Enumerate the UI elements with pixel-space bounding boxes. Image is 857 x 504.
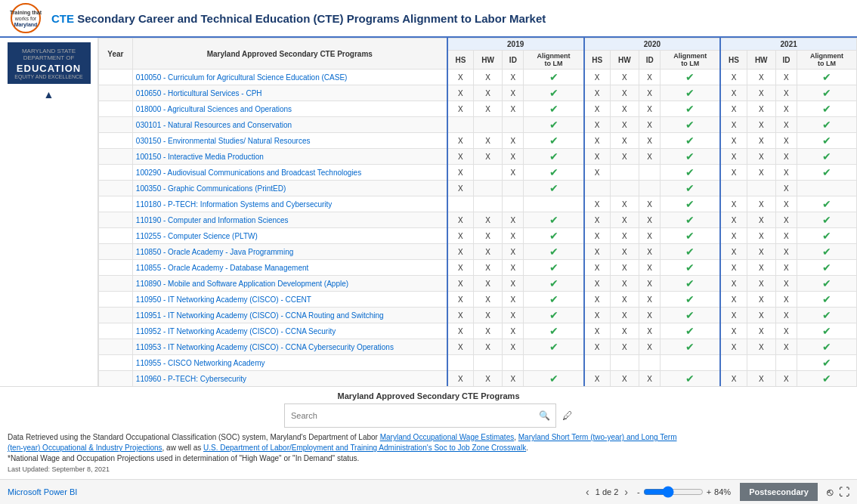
2021-hw-header: HW — [747, 51, 775, 70]
data-cell: X — [720, 196, 747, 212]
fullscreen-icon[interactable]: ⛶ — [839, 486, 849, 498]
program-cell[interactable]: 010050 - Curriculum for Agricultural Sci… — [132, 70, 447, 85]
data-cell: X — [775, 101, 797, 117]
2020-hs-header: HS — [584, 51, 611, 70]
program-cell[interactable]: 110950 - IT Networking Academy (CISCO) -… — [132, 292, 447, 308]
data-cell: X — [610, 85, 639, 101]
data-cell — [474, 117, 503, 133]
program-cell[interactable]: 110953 - IT Networking Academy (CISCO) -… — [132, 339, 447, 355]
zoom-minus[interactable]: - — [637, 487, 640, 496]
data-cell: X — [584, 244, 611, 260]
zoom-plus[interactable]: + — [707, 487, 711, 496]
data-cell: X — [474, 244, 503, 260]
data-cell — [447, 355, 474, 371]
data-cell: X — [447, 181, 474, 196]
nav-prev-button[interactable]: ‹ — [586, 486, 589, 498]
data-cell: X — [720, 165, 747, 181]
program-cell[interactable]: 030150 - Environmental Studies/ Natural … — [132, 133, 447, 149]
filter-icon[interactable]: 🖊 — [562, 410, 573, 422]
data-cell: X — [474, 228, 503, 244]
program-cell[interactable]: 110190 - Computer and Information Scienc… — [132, 212, 447, 228]
data-cell: X — [584, 85, 611, 101]
program-cell[interactable]: 110850 - Oracle Academy - Java Programmi… — [132, 244, 447, 260]
data-cell: ✔ — [797, 165, 857, 181]
search-wrapper: 🔍 — [284, 404, 556, 428]
data-cell: X — [584, 133, 611, 149]
footnote-area: Data Retrieved using the Standard Occupa… — [8, 432, 688, 475]
zoom-slider[interactable] — [643, 486, 704, 498]
data-cell: X — [720, 85, 747, 101]
footnote-link-3[interactable]: U.S. Department of Labor/Employment and … — [203, 444, 526, 452]
program-cell[interactable]: 110960 - P-TECH: Cybersecurity — [132, 371, 447, 387]
program-cell[interactable]: 110951 - IT Networking Academy (CISCO) -… — [132, 308, 447, 323]
program-cell[interactable]: 110952 - IT Networking Academy (CISCO) -… — [132, 323, 447, 339]
search-input[interactable] — [284, 404, 556, 428]
table-row: 110951 - IT Networking Academy (CISCO) -… — [99, 308, 857, 323]
program-cell[interactable]: 110255 - Computer Science (PLTW) — [132, 228, 447, 244]
data-cell: ✔ — [524, 133, 584, 149]
data-cell: X — [447, 260, 474, 276]
program-cell[interactable]: 100350 - Graphic Communications (PrintED… — [132, 181, 447, 196]
postsecondary-button[interactable]: Postsecondary — [740, 483, 818, 501]
data-cell: X — [639, 371, 661, 387]
data-cell: X — [720, 308, 747, 323]
data-cell: X — [610, 228, 639, 244]
data-cell: X — [447, 133, 474, 149]
data-cell: X — [584, 308, 611, 323]
data-cell: X — [639, 228, 661, 244]
program-cell[interactable]: 018000 - Agricultural Sciences and Opera… — [132, 101, 447, 117]
year-2021-header: 2021 — [720, 39, 856, 51]
program-cell[interactable]: 100290 - Audiovisual Communications and … — [132, 165, 447, 181]
data-cell: X — [775, 149, 797, 165]
data-cell: X — [447, 228, 474, 244]
data-cell: X — [584, 323, 611, 339]
data-cell — [503, 117, 524, 133]
data-cell: X — [584, 260, 611, 276]
data-cell: X — [584, 276, 611, 292]
table-row: 100350 - Graphic Communications (PrintED… — [99, 181, 857, 196]
program-cell[interactable]: 110180 - P-TECH: Information Systems and… — [132, 196, 447, 212]
table-row: 110952 - IT Networking Academy (CISCO) -… — [99, 323, 857, 339]
data-cell: X — [720, 371, 747, 387]
share-icon[interactable]: ⎋ — [827, 486, 833, 498]
nav-next-button[interactable]: › — [624, 486, 628, 498]
data-cell: X — [639, 117, 661, 133]
table-row: 110850 - Oracle Academy - Java Programmi… — [99, 244, 857, 260]
data-cell: X — [503, 212, 524, 228]
data-cell: X — [747, 196, 775, 212]
footnote-link-1[interactable]: Maryland Occupational Wage Estimates — [380, 433, 515, 441]
program-cell[interactable]: 100150 - Interactive Media Production — [132, 149, 447, 165]
data-cell: X — [775, 212, 797, 228]
program-cell[interactable]: 110955 - CISCO Networking Academy — [132, 355, 447, 371]
data-cell: X — [584, 196, 611, 212]
data-cell: ✔ — [661, 181, 721, 196]
data-cell: X — [447, 292, 474, 308]
data-cell — [610, 165, 639, 181]
table-row: 030101 - Natural Resources and Conservat… — [99, 117, 857, 133]
program-cell[interactable]: 110890 - Mobile and Software Application… — [132, 276, 447, 292]
data-cell — [639, 181, 661, 196]
data-cell: X — [720, 133, 747, 149]
program-cell[interactable]: 110855 - Oracle Academy - Database Manag… — [132, 260, 447, 276]
data-cell: X — [720, 117, 747, 133]
powerbi-link[interactable]: Microsoft Power BI — [8, 487, 77, 496]
data-cell: ✔ — [524, 276, 584, 292]
data-cell: X — [584, 149, 611, 165]
program-cell[interactable]: 010650 - Horticultural Services - CPH — [132, 85, 447, 101]
data-cell: X — [639, 308, 661, 323]
data-cell: ✔ — [524, 228, 584, 244]
data-cell: X — [639, 212, 661, 228]
data-cell — [524, 355, 584, 371]
table-row: 110953 - IT Networking Academy (CISCO) -… — [99, 339, 857, 355]
data-cell: X — [720, 70, 747, 85]
table-row: 110180 - P-TECH: Information Systems and… — [99, 196, 857, 212]
data-cell: ✔ — [524, 165, 584, 181]
table-row: 010650 - Horticultural Services - CPHXXX… — [99, 85, 857, 101]
data-cell: X — [747, 133, 775, 149]
data-cell: X — [474, 308, 503, 323]
data-cell: X — [503, 308, 524, 323]
data-cell: X — [775, 323, 797, 339]
data-cell: ✔ — [524, 85, 584, 101]
data-cell: ✔ — [524, 117, 584, 133]
program-cell[interactable]: 030101 - Natural Resources and Conservat… — [132, 117, 447, 133]
